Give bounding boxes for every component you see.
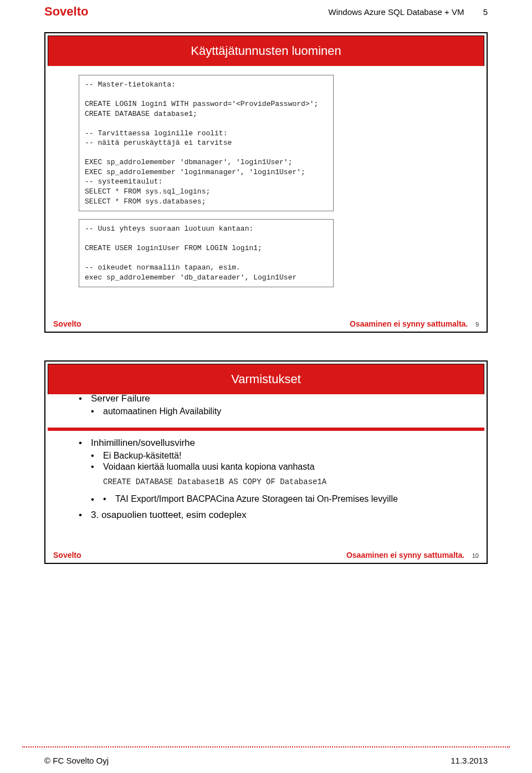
list-item: Inhimillinen/sovellusvirhe Ei Backup-käs… — [79, 438, 470, 472]
slide-2-footer: Sovelto Osaaminen ei synny sattumalta. 1… — [45, 548, 487, 563]
slide-2: Varmistukset Server Failure automaatinen… — [44, 360, 488, 564]
footer-right: 11.3.2013 — [451, 756, 488, 765]
list-item: Server Failure automaatinen High Availab… — [79, 393, 470, 416]
bullet-list-bottom: TAI Export/Import BACPACina Azure Storag… — [79, 494, 470, 521]
title-text: Windows Azure SQL Database + VM — [329, 7, 464, 17]
footer-tagline: Osaaminen ei synny sattumalta. — [350, 319, 468, 328]
list-item: automaatinen High Availability — [91, 406, 470, 416]
slide-1-body: -- Master-tietokanta: CREATE LOGIN login… — [45, 66, 487, 317]
bullet-text: Inhimillinen/sovellusvirhe — [91, 438, 195, 448]
sub-list: TAI Export/Import BACPACina Azure Storag… — [103, 494, 470, 504]
dotted-separator — [22, 746, 510, 747]
page-number-top: 5 — [483, 7, 488, 17]
list-item: TAI Export/Import BACPACina Azure Storag… — [103, 494, 470, 504]
bullet-text: Server Failure — [91, 393, 150, 404]
footer-logo: Sovelto — [53, 319, 81, 328]
list-item: Ei Backup-käsitettä! — [91, 451, 470, 461]
list-item: Voidaan kiertää luomalla uusi kanta kopi… — [91, 462, 470, 472]
code-block-master: -- Master-tietokanta: CREATE LOGIN login… — [79, 75, 334, 211]
footer-tagline: Osaaminen ei synny sattumalta. — [346, 551, 464, 560]
bullet-list-top: Server Failure automaatinen High Availab… — [79, 393, 470, 416]
footer-logo: Sovelto — [53, 551, 81, 560]
document-title: Windows Azure SQL Database + VM 5 — [329, 7, 488, 17]
bullet-list-mid: Inhimillinen/sovellusvirhe Ei Backup-käs… — [79, 438, 470, 472]
slide-2-body: Server Failure automaatinen High Availab… — [45, 390, 487, 548]
slide-1: Käyttäjätunnusten luominen -- Master-tie… — [44, 32, 488, 333]
page-footer: © FC Sovelto Oyj 11.3.2013 — [44, 756, 488, 765]
list-item: 3. osapuolien tuotteet, esim codeplex — [79, 510, 470, 521]
footer-left: © FC Sovelto Oyj — [44, 756, 109, 765]
slide-1-title: Käyttäjätunnusten luominen — [48, 35, 484, 66]
slide-number: 9 — [475, 321, 479, 328]
slide-number: 10 — [472, 552, 479, 559]
sub-list: automaatinen High Availability — [91, 406, 470, 416]
sub-list: Ei Backup-käsitettä! Voidaan kiertää luo… — [91, 451, 470, 472]
page-header: Sovelto Windows Azure SQL Database + VM … — [0, 0, 532, 21]
slide-1-footer: Sovelto Osaaminen ei synny sattumalta. 9 — [45, 317, 487, 332]
code-block-user: -- Uusi yhteys suoraan luotuun kantaan: … — [79, 219, 334, 287]
code-line: CREATE DATABASE Database1B AS COPY OF Da… — [103, 477, 470, 486]
logo: Sovelto — [44, 4, 88, 19]
